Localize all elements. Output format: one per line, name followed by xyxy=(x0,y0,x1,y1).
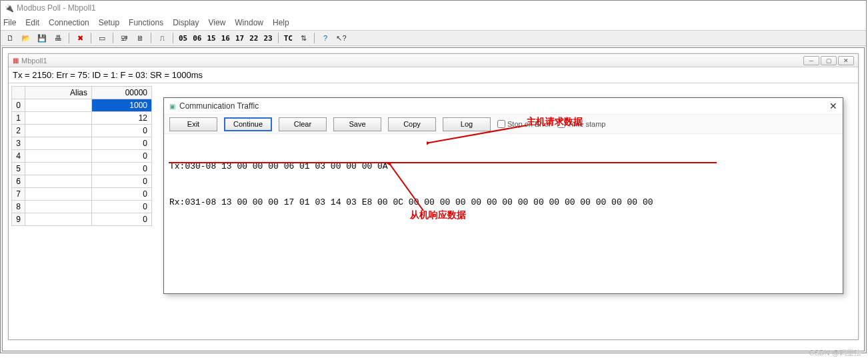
continue-button[interactable]: Continue xyxy=(224,117,272,131)
menu-file[interactable]: File xyxy=(3,18,16,27)
row-alias[interactable] xyxy=(25,201,92,213)
menu-edit[interactable]: Edit xyxy=(25,18,39,27)
menu-bar: File Edit Connection Setup Functions Dis… xyxy=(1,15,866,30)
clear-button[interactable]: Clear xyxy=(279,117,327,131)
table-row[interactable]: 80 xyxy=(12,201,152,213)
menu-help[interactable]: Help xyxy=(273,18,289,27)
menu-functions[interactable]: Functions xyxy=(129,18,163,27)
row-alias[interactable] xyxy=(25,213,92,226)
table-row[interactable]: 01000 xyxy=(12,99,152,112)
row-alias[interactable] xyxy=(25,99,92,112)
watermark: CSDN @码里法 xyxy=(809,348,861,358)
fc-16[interactable]: 16 xyxy=(220,34,231,43)
row-index: 5 xyxy=(12,163,25,175)
log-button[interactable]: Log xyxy=(443,117,491,131)
status-line: Tx = 2150: Err = 75: ID = 1: F = 03: SR … xyxy=(9,67,858,83)
save-button[interactable]: Save xyxy=(333,117,381,131)
child-title-bar: ▦ Mbpoll1 ─ ▢ ✕ xyxy=(9,54,858,67)
table-row[interactable]: 112 xyxy=(12,112,152,125)
separator xyxy=(69,33,69,43)
minimize-button[interactable]: ─ xyxy=(803,56,819,65)
tool-icon[interactable]: 🖳 xyxy=(117,32,131,44)
row-index: 0 xyxy=(12,99,25,112)
app-title: Modbus Poll - Mbpoll1 xyxy=(17,3,96,13)
time-checkbox[interactable] xyxy=(557,120,565,128)
row-alias[interactable] xyxy=(25,137,92,150)
disconnect-icon[interactable]: ✖ xyxy=(73,32,87,44)
separator xyxy=(173,33,173,43)
menu-connection[interactable]: Connection xyxy=(49,18,89,27)
col-index xyxy=(12,87,25,99)
table-row[interactable]: 20 xyxy=(12,125,152,137)
fc-17[interactable]: 17 xyxy=(234,34,245,43)
stop-checkbox[interactable] xyxy=(497,120,505,128)
comm-body: Tx:030-08 13 00 00 00 06 01 03 00 00 00 … xyxy=(164,134,843,235)
row-value[interactable]: 0 xyxy=(92,163,152,175)
row-index: 3 xyxy=(12,137,25,150)
menu-view[interactable]: View xyxy=(209,18,226,27)
menu-display[interactable]: Display xyxy=(173,18,199,27)
row-index: 7 xyxy=(12,188,25,201)
open-icon[interactable]: 📂 xyxy=(19,32,33,44)
monitor-icon[interactable]: ▭ xyxy=(95,32,109,44)
copy-button[interactable]: Copy xyxy=(388,117,436,131)
row-index: 2 xyxy=(12,125,25,137)
register-table: Alias 00000 010001122030405060708090 xyxy=(11,86,152,226)
fc-23[interactable]: 23 xyxy=(263,34,274,43)
rx-line: Rx:031-08 13 00 00 00 17 01 03 14 03 E8 … xyxy=(169,197,837,209)
table-row[interactable]: 70 xyxy=(12,188,152,201)
pulse-icon[interactable]: ⎍ xyxy=(155,32,169,44)
help-icon[interactable]: ? xyxy=(319,32,332,44)
row-value[interactable]: 0 xyxy=(92,150,152,163)
menu-setup[interactable]: Setup xyxy=(99,18,119,27)
menu-window[interactable]: Window xyxy=(235,18,263,27)
new-icon[interactable]: 🗋 xyxy=(3,32,17,44)
row-alias[interactable] xyxy=(25,112,92,125)
fc-05[interactable]: 05 xyxy=(177,34,189,43)
row-alias[interactable] xyxy=(25,188,92,201)
maximize-button[interactable]: ▢ xyxy=(821,56,837,65)
row-value[interactable]: 0 xyxy=(92,188,152,201)
time-stamp-check[interactable]: Time stamp xyxy=(557,120,605,128)
fc-15[interactable]: 15 xyxy=(206,34,217,43)
row-alias[interactable] xyxy=(25,175,92,188)
row-alias[interactable] xyxy=(25,150,92,163)
separator xyxy=(314,33,315,43)
toolbar: 🗋 📂 💾 🖶 ✖ ▭ 🖳 🗎 ⎍ 05 06 15 16 17 22 23 T… xyxy=(1,30,866,46)
comm-title: Communication Traffic xyxy=(179,101,259,111)
close-icon[interactable]: ✕ xyxy=(829,101,837,111)
row-value[interactable]: 12 xyxy=(92,112,152,125)
sort-icon[interactable]: ⇅ xyxy=(297,32,310,44)
table-row[interactable]: 40 xyxy=(12,150,152,163)
row-alias[interactable] xyxy=(25,163,92,175)
tx-line: Tx:030-08 13 00 00 00 06 01 03 00 00 00 … xyxy=(169,161,837,173)
app-icon: 🔌 xyxy=(5,4,14,13)
row-value[interactable]: 0 xyxy=(92,125,152,137)
row-value[interactable]: 0 xyxy=(92,213,152,226)
row-value[interactable]: 1000 xyxy=(92,99,152,112)
row-value[interactable]: 0 xyxy=(92,201,152,213)
separator xyxy=(278,33,279,43)
tool2-icon[interactable]: 🗎 xyxy=(133,32,147,44)
save-icon[interactable]: 💾 xyxy=(35,32,49,44)
tc-button[interactable]: TC xyxy=(283,34,294,43)
fc-22[interactable]: 22 xyxy=(248,34,259,43)
comm-icon: ▣ xyxy=(169,103,175,110)
table-row[interactable]: 60 xyxy=(12,175,152,188)
row-index: 4 xyxy=(12,150,25,163)
whatsthis-icon[interactable]: ↖? xyxy=(335,32,348,44)
stop-on-error-check[interactable]: Stop on Error xyxy=(497,120,551,128)
table-row[interactable]: 30 xyxy=(12,137,152,150)
fc-06[interactable]: 06 xyxy=(191,34,203,43)
table-row[interactable]: 50 xyxy=(12,163,152,175)
exit-button[interactable]: Exit xyxy=(169,117,217,131)
close-button[interactable]: ✕ xyxy=(838,56,854,65)
table-row[interactable]: 90 xyxy=(12,213,152,226)
row-index: 8 xyxy=(12,201,25,213)
row-alias[interactable] xyxy=(25,125,92,137)
print-icon[interactable]: 🖶 xyxy=(51,32,65,44)
row-value[interactable]: 0 xyxy=(92,137,152,150)
row-value[interactable]: 0 xyxy=(92,175,152,188)
separator xyxy=(151,33,151,43)
row-index: 6 xyxy=(12,175,25,188)
